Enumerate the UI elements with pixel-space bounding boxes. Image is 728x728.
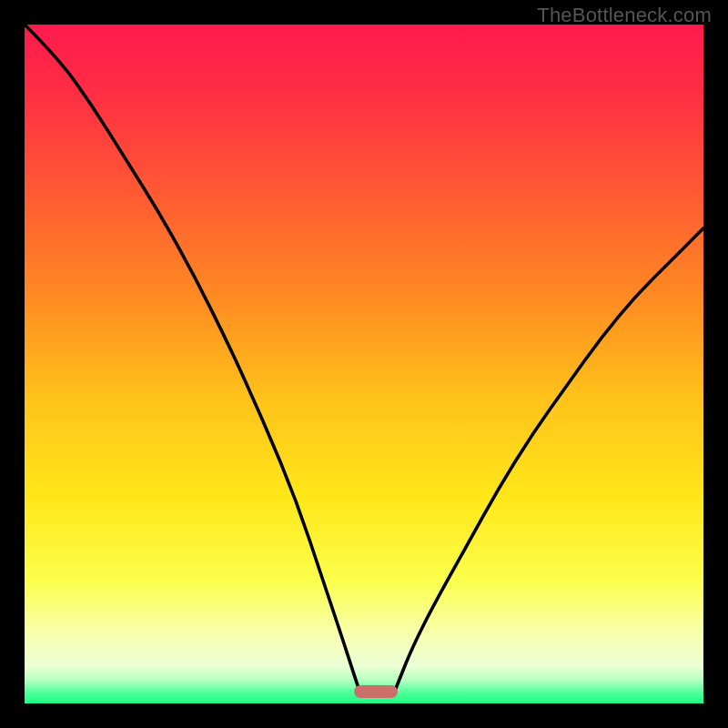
watermark-text: TheBottleneck.com (537, 4, 712, 27)
left-curve (25, 25, 360, 693)
right-curve (394, 228, 703, 693)
bottleneck-marker (354, 685, 398, 698)
curve-layer (25, 25, 703, 703)
chart-frame: TheBottleneck.com (0, 0, 728, 728)
plot-area (25, 25, 703, 703)
